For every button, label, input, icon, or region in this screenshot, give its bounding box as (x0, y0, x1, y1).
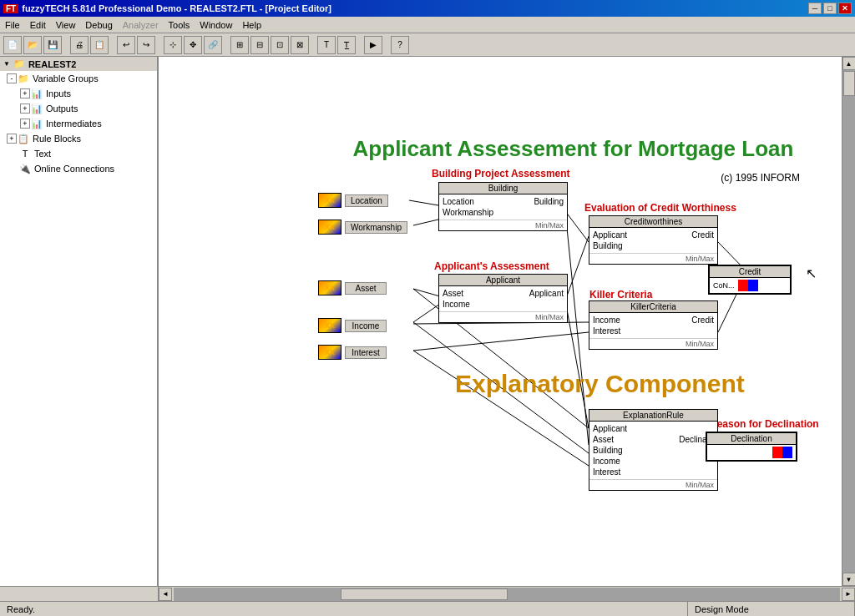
menu-debug[interactable]: Debug (80, 18, 117, 32)
online-icon: 🔌 (18, 162, 32, 175)
svg-line-13 (565, 211, 589, 445)
sidebar-item-online-connections[interactable]: 🔌 Online Connections (0, 161, 157, 176)
killer-credit-label: Credit (691, 316, 714, 325)
move-button[interactable]: ✥ (184, 36, 202, 54)
menu-help[interactable]: Help (237, 18, 266, 32)
zoom-in-button[interactable]: ⊞ (230, 36, 249, 54)
declination-output[interactable]: Declination (706, 432, 797, 462)
explanation-node-header: ExplanationRule (589, 410, 717, 422)
menu-window[interactable]: Window (195, 18, 237, 32)
exp-interest-label: Interest (593, 467, 620, 477)
select-button[interactable]: ⊹ (164, 36, 182, 54)
credit-building-label: Building (593, 241, 623, 250)
explanation-node[interactable]: ExplanationRule Applicant Asset Declina.… (589, 409, 718, 491)
workmanship-label: Workmanship (345, 221, 407, 234)
declination-output-body (707, 445, 796, 460)
menu-tools[interactable]: Tools (164, 18, 195, 32)
print2-button[interactable]: 📋 (90, 36, 109, 54)
credit-row-building: Building (593, 240, 714, 251)
input-location[interactable]: XX Location (318, 193, 388, 208)
status-mode: Design Mode (688, 602, 855, 616)
income-label: Income (345, 320, 387, 332)
applicant-income-label: Income (443, 300, 470, 309)
redo-button[interactable]: ↪ (137, 36, 155, 54)
zoom-out-button[interactable]: ⊟ (250, 36, 269, 54)
menu-analyzer[interactable]: Analyzer (118, 18, 164, 32)
help-button[interactable]: ? (391, 36, 409, 54)
input-interest[interactable]: XX Interest (318, 345, 387, 360)
print-button[interactable]: 🖨 (70, 36, 89, 54)
creditworthiness-node[interactable]: Creditworthines Applicant Credit Buildin… (589, 215, 718, 265)
credit-output-flag (738, 280, 758, 291)
zoom-sel-button[interactable]: ⊠ (291, 36, 309, 54)
sidebar-item-intermediates[interactable]: + 📊 Intermediates (0, 116, 157, 131)
menu-view[interactable]: View (51, 18, 81, 32)
credit-output[interactable]: Credit CoN... (708, 265, 792, 295)
applicant-node[interactable]: Applicant Asset Applicant Income Min/Max (438, 274, 568, 323)
expand-outputs[interactable]: + (20, 104, 30, 114)
killer-node[interactable]: KillerCriteria Income Credit Interest Mi… (589, 300, 718, 350)
minimize-button[interactable]: ─ (808, 3, 822, 14)
building-building-label: Building (534, 197, 564, 206)
scroll-left-button[interactable]: ◄ (159, 588, 172, 601)
expand-inputs[interactable]: + (20, 88, 30, 98)
exp-building-label: Building (593, 446, 623, 455)
exp-income-label: Income (593, 457, 620, 466)
toolbar: 📄 📂 💾 🖨 📋 ↩ ↪ ⊹ ✥ 🔗 ⊞ ⊟ ⊡ ⊠ T T̲ ▶ ? (0, 33, 855, 57)
title-bar-left: FT fuzzyTECH 5.81d Professional Demo - R… (3, 3, 331, 13)
sidebar-header: ▼ 📁 REALEST2 (0, 57, 157, 71)
maximize-button[interactable]: □ (823, 3, 837, 14)
sidebar-item-text[interactable]: T Text (0, 146, 157, 161)
sidebar-item-outputs[interactable]: + 📊 Outputs (0, 101, 157, 116)
scroll-thumb[interactable] (843, 71, 855, 96)
sidebar: ▼ 📁 REALEST2 - 📁 Variable Groups + 📊 Inp… (0, 57, 159, 586)
svg-line-0 (409, 200, 438, 205)
svg-line-7 (413, 332, 589, 351)
menu-edit[interactable]: Edit (25, 18, 51, 32)
zoom-all-button[interactable]: ⊡ (271, 36, 289, 54)
expand-variable-groups[interactable]: - (7, 73, 17, 83)
inputs-icon: 📊 (30, 87, 43, 100)
sidebar-item-variable-groups[interactable]: - 📁 Variable Groups (0, 71, 157, 86)
canvas-copyright: (c) 1995 INFORM (721, 172, 800, 184)
svg-line-14 (565, 300, 589, 428)
run-button[interactable]: ▶ (364, 36, 382, 54)
building-node-header: Building (439, 183, 567, 194)
applicants-section-label: Applicant's Assessment (434, 260, 549, 272)
input-workmanship[interactable]: XX Workmanship (318, 220, 407, 235)
open-button[interactable]: 📂 (23, 36, 42, 54)
applicant-node-body: Asset Applicant Income (439, 286, 567, 311)
scroll-down-button[interactable]: ▼ (842, 573, 856, 586)
sidebar-item-inputs[interactable]: + 📊 Inputs (0, 86, 157, 101)
scroll-right-button[interactable]: ► (842, 588, 855, 601)
scroll-up-button[interactable]: ▲ (842, 57, 856, 70)
hscroll-thumb[interactable] (341, 588, 508, 600)
close-button[interactable]: ✕ (838, 3, 852, 14)
collapse-icon[interactable]: ▼ (3, 60, 10, 68)
main-layout: ▼ 📁 REALEST2 - 📁 Variable Groups + 📊 Inp… (0, 57, 855, 586)
expand-rule-blocks[interactable]: + (7, 134, 17, 144)
connect-button[interactable]: 🔗 (204, 36, 222, 54)
text-label: Text (34, 149, 51, 159)
input-income[interactable]: XX Income (318, 318, 387, 333)
credit-output-label: CoN... (713, 281, 735, 290)
undo-button[interactable]: ↩ (117, 36, 135, 54)
sidebar-item-rule-blocks[interactable]: + 📋 Rule Blocks (0, 131, 157, 146)
text2-button[interactable]: T̲ (337, 36, 356, 54)
input-asset[interactable]: XX Asset (318, 280, 387, 295)
building-node[interactable]: Building Location Building Workmanship M… (438, 182, 568, 231)
horizontal-scrollbar: ◄ ► (0, 586, 855, 601)
new-button[interactable]: 📄 (3, 36, 22, 54)
canvas-area: Applicant Assessement for Mortgage Loan … (159, 57, 842, 586)
text-button[interactable]: T (317, 36, 336, 54)
interest-icon: XX (318, 345, 341, 360)
hscroll-track (174, 588, 840, 601)
save-button[interactable]: 💾 (43, 36, 62, 54)
menu-file[interactable]: File (0, 18, 25, 32)
declination-output-flag (772, 447, 792, 458)
killer-section-label: Killer Criteria (589, 289, 652, 300)
expand-intermediates[interactable]: + (20, 119, 30, 129)
credit-row-applicant: Applicant Credit (593, 230, 714, 240)
killer-interest-label: Interest (593, 326, 620, 336)
explanation-row-asset: Asset Declina... (593, 434, 714, 445)
